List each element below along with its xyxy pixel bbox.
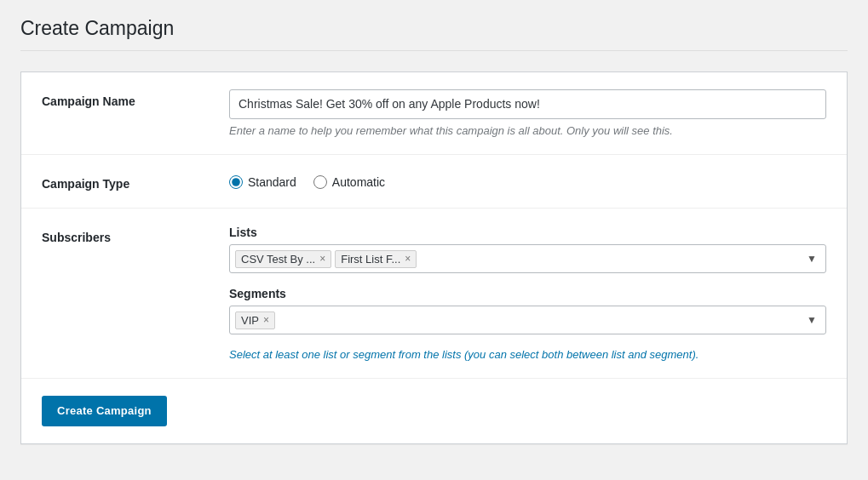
campaign-type-field: Standard Automatic [229,172,826,189]
campaign-type-row: Campaign Type Standard Automatic [21,155,847,209]
segment-item: VIP × [235,311,275,329]
create-campaign-button[interactable]: Create Campaign [42,396,167,426]
radio-option-automatic[interactable]: Automatic [313,175,385,189]
lists-group: Lists CSV Test By ... × First List F... … [229,226,826,273]
segments-label: Segments [229,287,826,300]
campaign-name-field: Enter a name to help you remember what t… [229,89,826,137]
subscribers-row: Subscribers Lists CSV Test By ... × [21,209,847,379]
campaign-type-radio-group: Standard Automatic [229,172,826,189]
lists-select[interactable]: CSV Test By ... × First List F... × ▼ [229,244,826,273]
lists-tags: CSV Test By ... × First List F... × [235,250,803,268]
radio-standard-label: Standard [248,175,296,189]
radio-automatic[interactable] [313,175,327,189]
list-tag-remove-first[interactable]: × [405,254,411,264]
segments-tags: VIP × [235,311,803,329]
lists-dropdown-arrow[interactable]: ▼ [803,253,820,265]
campaign-name-input[interactable] [229,89,826,119]
create-campaign-form: Campaign Name Enter a name to help you r… [20,71,848,444]
subscribers-field: Lists CSV Test By ... × First List F... … [229,226,826,361]
submit-row: Create Campaign [21,379,847,443]
list-tag-text: First List F... [341,253,400,266]
segments-group: Segments VIP × ▼ [229,287,826,334]
segments-dropdown-arrow[interactable]: ▼ [803,314,820,326]
page-title: Create Campaign [20,17,848,51]
segments-select[interactable]: VIP × ▼ [229,306,826,334]
segment-tag-remove-vip[interactable]: × [263,315,269,325]
campaign-name-row: Campaign Name Enter a name to help you r… [21,72,847,155]
radio-automatic-label: Automatic [332,175,385,189]
lists-label: Lists [229,226,826,239]
campaign-type-label: Campaign Type [42,172,229,191]
list-item: CSV Test By ... × [235,250,331,268]
campaign-name-label: Campaign Name [42,89,229,108]
subscribers-label: Subscribers [42,226,229,244]
campaign-name-hint: Enter a name to help you remember what t… [229,124,826,137]
subscribers-controls: Lists CSV Test By ... × First List F... … [229,226,826,361]
list-item: First List F... × [335,250,417,268]
list-tag-remove-csv[interactable]: × [319,254,325,264]
subscribers-hint: Select at least one list or segment from… [229,348,826,361]
radio-option-standard[interactable]: Standard [229,175,296,189]
segment-tag-text: VIP [241,314,259,327]
list-tag-text: CSV Test By ... [241,253,315,266]
radio-standard[interactable] [229,175,243,189]
